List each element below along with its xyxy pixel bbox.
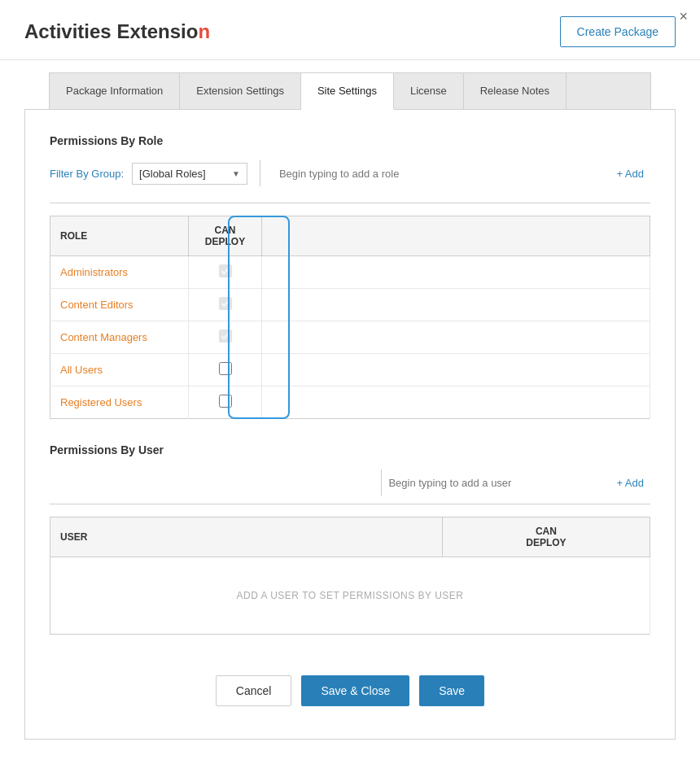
extra-cell <box>262 354 650 386</box>
main-window: × Activities Extension Create Package Pa… <box>0 0 700 764</box>
user-filter-row: + Add <box>50 469 650 496</box>
user-can-deploy-col-header: CANDEPLOY <box>442 517 650 557</box>
table-row: All Users <box>50 354 650 386</box>
filter-row: Filter By Group: [Global Roles] All Grou… <box>50 160 650 186</box>
add-user-button[interactable]: + Add <box>610 473 650 493</box>
all-users-deploy-checkbox[interactable] <box>219 362 232 375</box>
role-name-cell: Content Editors <box>50 289 189 321</box>
save-button[interactable]: Save <box>419 675 484 706</box>
can-deploy-checkbox-cell <box>189 289 262 321</box>
empty-table-message: ADD A USER TO SET PERMISSIONS BY USER <box>50 557 650 635</box>
tab-extension-settings[interactable]: Extension Settings <box>180 73 301 109</box>
content-editors-deploy-checkbox[interactable] <box>219 297 232 310</box>
permissions-by-role-section: Permissions By Role Filter By Group: [Gl… <box>50 134 650 419</box>
tab-license[interactable]: License <box>394 73 464 109</box>
table-row: Content Editors <box>50 289 650 321</box>
tab-site-settings[interactable]: Site Settings <box>301 73 394 110</box>
content-area: Permissions By Role Filter By Group: [Gl… <box>24 109 676 740</box>
role-name-cell: Content Managers <box>50 321 189 354</box>
save-and-close-button[interactable]: Save & Close <box>301 675 409 706</box>
can-deploy-checkbox-cell <box>189 354 262 386</box>
extra-cell <box>262 386 650 419</box>
permissions-by-user-section: Permissions By User + Add USER CANDEPLOY <box>50 443 650 635</box>
table-row: Content Managers <box>50 321 650 354</box>
can-deploy-col-header: CANDEPLOY <box>189 216 262 256</box>
filter-group-select[interactable]: [Global Roles] All Groups <box>139 168 229 180</box>
page-title: Activities Extension <box>24 20 210 43</box>
footer-buttons: Cancel Save & Close Save <box>50 659 650 714</box>
role-table-container: ROLE CANDEPLOY Administrators <box>50 216 650 419</box>
filter-by-group-label: Filter By Group: <box>50 168 124 180</box>
filter-group-select-wrap[interactable]: [Global Roles] All Groups ▼ <box>132 163 247 185</box>
can-deploy-checkbox-cell <box>189 256 262 289</box>
table-row: Registered Users <box>50 386 650 419</box>
empty-table-row: ADD A USER TO SET PERMISSIONS BY USER <box>50 557 650 635</box>
user-permissions-table: USER CANDEPLOY ADD A USER TO SET PERMISS… <box>50 517 650 635</box>
add-user-input[interactable] <box>382 473 610 493</box>
close-button[interactable]: × <box>679 8 688 25</box>
extra-col-header <box>262 216 650 256</box>
permissions-by-user-title: Permissions By User <box>50 443 650 456</box>
user-col-header: USER <box>50 517 443 557</box>
window-header: Activities Extension Create Package <box>0 0 700 60</box>
table-row: Administrators <box>50 256 650 289</box>
can-deploy-checkbox-cell <box>189 386 262 419</box>
tab-release-notes[interactable]: Release Notes <box>464 73 567 109</box>
add-role-input[interactable] <box>273 164 610 184</box>
tab-package-information[interactable]: Package Information <box>50 73 180 109</box>
extra-cell <box>262 321 650 354</box>
registered-users-deploy-checkbox[interactable] <box>219 395 232 408</box>
role-name-cell: Registered Users <box>50 386 189 419</box>
chevron-down-icon: ▼ <box>232 169 240 178</box>
extra-cell <box>262 256 650 289</box>
permissions-by-role-title: Permissions By Role <box>50 134 650 147</box>
cancel-button[interactable]: Cancel <box>216 675 292 706</box>
role-permissions-table: ROLE CANDEPLOY Administrators <box>50 216 650 419</box>
user-section-divider <box>50 504 650 504</box>
role-name-cell: Administrators <box>50 256 189 289</box>
vertical-divider <box>260 160 260 186</box>
extra-cell <box>262 289 650 321</box>
create-package-button[interactable]: Create Package <box>560 16 676 47</box>
section-divider <box>50 203 650 203</box>
add-role-button[interactable]: + Add <box>610 164 650 184</box>
administrators-deploy-checkbox[interactable] <box>219 264 232 277</box>
tabs-bar: Package Information Extension Settings S… <box>49 72 651 109</box>
role-name-cell: All Users <box>50 354 189 386</box>
can-deploy-checkbox-cell <box>189 321 262 354</box>
role-col-header: ROLE <box>50 216 189 256</box>
content-managers-deploy-checkbox[interactable] <box>219 330 232 343</box>
